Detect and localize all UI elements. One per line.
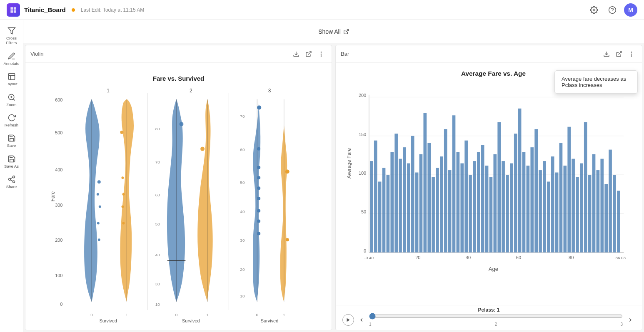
sidebar-item-save-as[interactable]: + Save As xyxy=(1,152,22,171)
svg-rect-137 xyxy=(489,177,493,253)
settings-button[interactable] xyxy=(587,3,601,17)
svg-rect-162 xyxy=(592,154,596,253)
content-area: Show All Violin xyxy=(23,20,644,332)
svg-line-91 xyxy=(619,52,622,55)
prev-button[interactable] xyxy=(357,315,367,325)
board-title: Titanic_Board xyxy=(24,6,66,13)
svg-text:80: 80 xyxy=(155,126,160,131)
show-all-bar[interactable]: Show All xyxy=(23,20,644,43)
svg-rect-164 xyxy=(600,159,604,253)
svg-point-55 xyxy=(97,222,100,225)
slider-container: 1 2 3 xyxy=(342,313,635,327)
sidebar-item-cross-filters[interactable]: CrossFilters xyxy=(1,24,22,48)
svg-rect-147 xyxy=(530,147,534,253)
svg-point-70 xyxy=(257,147,260,151)
svg-rect-109 xyxy=(374,141,377,253)
next-button[interactable] xyxy=(625,315,635,325)
user-avatar[interactable]: M xyxy=(624,3,637,17)
svg-point-93 xyxy=(631,54,632,54)
svg-text:Fare vs. Survived: Fare vs. Survived xyxy=(153,75,204,82)
svg-text:0: 0 xyxy=(175,312,178,317)
svg-rect-114 xyxy=(394,134,398,253)
violin-download-button[interactable] xyxy=(291,49,302,59)
svg-point-94 xyxy=(631,56,632,56)
svg-point-61 xyxy=(121,206,124,208)
sidebar-item-zoom[interactable]: Zoom xyxy=(1,91,22,109)
pclass-slider[interactable] xyxy=(369,313,623,320)
sidebar-item-label: Refresh xyxy=(5,123,18,127)
svg-rect-123 xyxy=(432,177,435,253)
violin-chart-header: Violin xyxy=(25,45,332,63)
svg-text:10: 10 xyxy=(155,302,160,307)
last-edit-dot xyxy=(72,8,75,12)
bar-download-button[interactable] xyxy=(601,49,612,59)
svg-point-74 xyxy=(257,197,260,200)
svg-rect-111 xyxy=(382,168,386,253)
svg-rect-154 xyxy=(559,143,563,253)
svg-point-92 xyxy=(631,52,632,52)
svg-rect-165 xyxy=(604,184,608,253)
svg-point-65 xyxy=(179,122,183,126)
svg-text:Average Fare: Average Fare xyxy=(346,148,352,178)
svg-point-21 xyxy=(321,54,321,54)
svg-rect-152 xyxy=(551,156,554,253)
sidebar-item-annotate[interactable]: Annotate xyxy=(1,50,22,68)
sidebar-item-label: Share xyxy=(6,184,17,189)
svg-rect-136 xyxy=(485,166,489,253)
svg-text:Fare: Fare xyxy=(50,191,56,201)
svg-point-0 xyxy=(593,9,595,11)
svg-point-52 xyxy=(97,180,101,183)
svg-text:40: 40 xyxy=(155,253,160,257)
svg-rect-121 xyxy=(423,113,427,253)
svg-rect-116 xyxy=(403,147,406,253)
svg-point-14 xyxy=(12,181,15,183)
svg-point-60 xyxy=(122,193,125,196)
svg-text:80: 80 xyxy=(569,255,574,260)
violin-export-button[interactable] xyxy=(303,49,314,59)
slider-track-container: 1 2 3 xyxy=(369,313,623,327)
bar-export-button[interactable] xyxy=(614,49,624,59)
sidebar-item-layout[interactable]: Layout xyxy=(1,70,22,89)
svg-line-17 xyxy=(346,29,348,32)
svg-text:100: 100 xyxy=(55,273,62,278)
svg-rect-124 xyxy=(436,168,439,253)
svg-rect-159 xyxy=(580,164,583,253)
bar-more-button[interactable] xyxy=(626,49,637,59)
svg-point-71 xyxy=(257,166,260,169)
sidebar-item-save[interactable]: Save xyxy=(1,131,22,150)
svg-text:-0.40: -0.40 xyxy=(364,255,374,260)
svg-rect-128 xyxy=(452,115,456,252)
svg-rect-144 xyxy=(518,109,522,253)
svg-point-77 xyxy=(257,232,260,235)
help-button[interactable] xyxy=(606,3,619,17)
svg-rect-4 xyxy=(8,74,15,80)
svg-rect-134 xyxy=(477,152,480,253)
svg-point-80 xyxy=(286,238,289,241)
sidebar-item-refresh[interactable]: Refresh xyxy=(1,111,22,130)
play-button[interactable] xyxy=(342,314,354,326)
svg-rect-131 xyxy=(464,141,468,253)
svg-text:60: 60 xyxy=(240,147,245,152)
svg-rect-130 xyxy=(460,164,464,253)
sidebar-item-label: CrossFilters xyxy=(6,36,17,45)
violin-chart-panel: Violin xyxy=(25,45,332,330)
svg-text:50: 50 xyxy=(361,209,366,214)
svg-rect-143 xyxy=(514,134,517,253)
sidebar-item-share[interactable]: Share xyxy=(1,173,22,191)
show-all-button[interactable]: Show All xyxy=(318,28,349,35)
svg-rect-148 xyxy=(534,129,538,252)
slider-ticks: 1 2 3 xyxy=(369,322,623,327)
show-all-label: Show All xyxy=(318,28,341,35)
violin-chart-actions xyxy=(291,49,327,59)
violin-more-button[interactable] xyxy=(316,49,327,59)
svg-text:60: 60 xyxy=(516,255,521,260)
svg-text:40: 40 xyxy=(466,255,471,260)
topbar-right: M xyxy=(587,3,637,17)
svg-text:0: 0 xyxy=(60,302,62,307)
topbar-left: Titanic_Board Last Edit: Today at 11:15 … xyxy=(7,3,144,17)
svg-point-69 xyxy=(257,105,261,109)
violin-chart-type-label: Violin xyxy=(30,51,44,57)
svg-text:Survived: Survived xyxy=(99,318,117,323)
bar-chart-type-label: Bar xyxy=(341,51,349,57)
svg-text:1: 1 xyxy=(126,312,128,317)
